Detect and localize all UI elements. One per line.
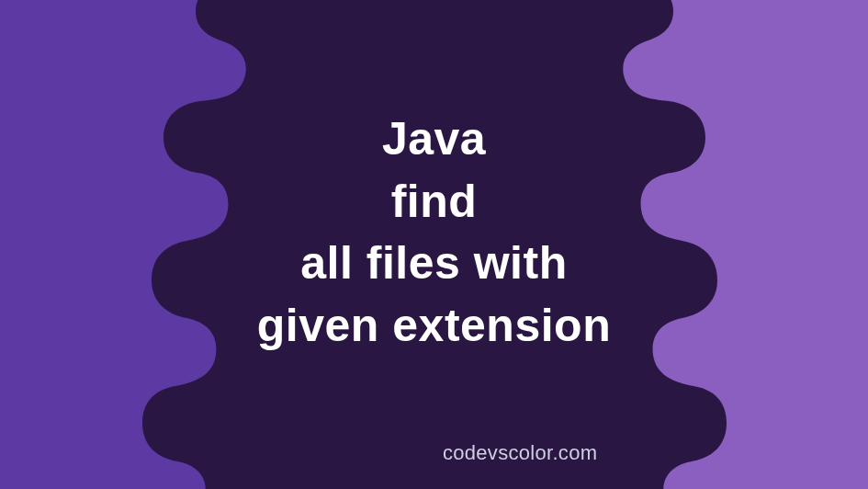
- title-line-1: Java: [0, 108, 868, 171]
- hero-banner: Java find all files with given extension…: [0, 0, 868, 489]
- title-line-3: all files with: [0, 233, 868, 295]
- hero-title: Java find all files with given extension: [0, 108, 868, 357]
- title-line-2: find: [0, 171, 868, 233]
- site-watermark: codevscolor.com: [443, 441, 597, 465]
- title-line-4: given extension: [0, 295, 868, 358]
